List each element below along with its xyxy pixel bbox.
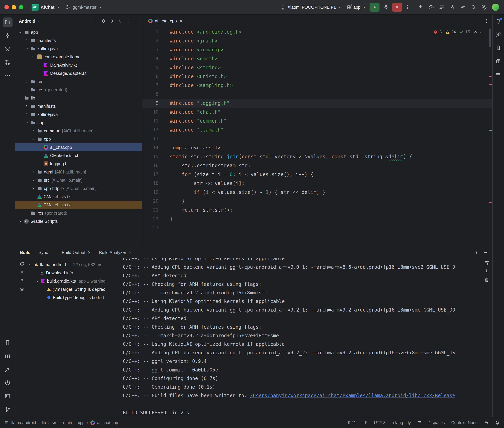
locate-file-icon[interactable] xyxy=(101,19,106,23)
tree-item-src[interactable]: src[AiChat.lib.main] xyxy=(16,176,142,184)
tree-item-kotlin-java[interactable]: kotlin+java xyxy=(16,110,142,118)
breadcrumb-main[interactable]: main xyxy=(63,420,72,425)
tree-item-res[interactable]: res(generated) xyxy=(16,209,142,217)
hide-panel-icon[interactable] xyxy=(483,250,488,255)
zoom-window-button[interactable] xyxy=(19,5,23,9)
device-selector[interactable]: Xiaomi POCOPHONE F1 xyxy=(278,3,344,11)
chevron-down-icon[interactable] xyxy=(18,96,22,100)
tree-item-res[interactable]: res(generated) xyxy=(16,86,142,94)
close-tab-icon[interactable] xyxy=(179,19,183,23)
tree-item-app[interactable]: app xyxy=(16,28,142,36)
chevron-right-icon[interactable] xyxy=(18,219,22,223)
caret-position[interactable]: 9:21 xyxy=(348,420,356,425)
settings-icon[interactable] xyxy=(481,4,487,10)
close-tab-icon[interactable] xyxy=(128,251,132,254)
stop-button[interactable] xyxy=(392,3,402,12)
project-view-mode-selector[interactable]: Android xyxy=(19,19,41,24)
terminal-tool-button[interactable] xyxy=(3,391,13,401)
minimize-window-button[interactable] xyxy=(12,5,16,9)
search-everywhere-icon[interactable] xyxy=(471,4,477,10)
error-stripe-mark[interactable] xyxy=(488,76,492,77)
build-output-path-link[interactable]: /Users/hanyin/Workspace/ai-chat/examples… xyxy=(250,393,455,398)
tree-item-cmakelists-txt[interactable]: CMakeLists.txt xyxy=(16,192,142,201)
tree-item-ggml[interactable]: ggml[AiChat.lib.main] xyxy=(16,168,142,176)
tree-item-mainactivity-kt[interactable]: MainActivity.kt xyxy=(16,61,142,69)
clear-console-icon[interactable] xyxy=(484,277,489,282)
chevron-right-icon[interactable] xyxy=(25,80,28,83)
app-inspection-tool-button[interactable] xyxy=(3,351,13,361)
tree-item-com-example-llama[interactable]: com.example.llama xyxy=(16,53,142,61)
filter-view-icon[interactable] xyxy=(19,287,25,292)
breadcrumb-cpp[interactable]: cpp xyxy=(78,420,85,425)
tree-item-cpp[interactable]: cpp xyxy=(16,118,142,127)
chevron-down-icon[interactable] xyxy=(25,121,28,124)
indent-setting[interactable]: 4 spaces xyxy=(428,420,445,425)
tree-item-cmakelists-txt[interactable]: CMakeLists.txt xyxy=(16,151,142,160)
more-tool-windows-button[interactable] xyxy=(3,71,13,81)
tree-item-kotlin-java[interactable]: kotlin+java xyxy=(16,45,142,53)
editor-options-icon[interactable] xyxy=(484,18,489,24)
breadcrumb-ai-chat-cpp[interactable]: ai_chat.cpp xyxy=(97,420,118,425)
close-tab-icon[interactable] xyxy=(50,251,54,254)
stop-build-icon[interactable] xyxy=(19,270,25,275)
build-tree-item-llama-android-fi[interactable]: llama.android: fi22 sec, 583 ms xyxy=(28,261,122,269)
build-tab-build[interactable]: Build xyxy=(20,250,31,255)
chevron-right-icon[interactable] xyxy=(31,178,35,182)
soft-wrap-icon[interactable] xyxy=(484,260,489,265)
breadcrumb-llama-android[interactable]: llama.android xyxy=(11,420,36,425)
pin-icon[interactable] xyxy=(19,278,25,283)
build-tree-item-download-info[interactable]: Download info xyxy=(28,269,122,277)
tree-item-common[interactable]: common[AiChat.lib.main] xyxy=(16,127,142,135)
lock-icon[interactable] xyxy=(484,420,488,425)
collapse-all-icon[interactable] xyxy=(118,19,122,23)
chevron-down-icon[interactable] xyxy=(31,137,35,141)
build-tree-item-buildtype-debug-is-both-d[interactable]: BuildType 'debug' is both d xyxy=(28,293,122,302)
chevron-down-icon[interactable] xyxy=(31,55,35,59)
vcs-branch-selector[interactable]: ggml-master xyxy=(63,3,105,11)
gradle-tool-button[interactable]: G xyxy=(494,31,503,39)
pull-requests-tool-button[interactable] xyxy=(3,58,13,67)
tree-item-manifests[interactable]: manifests xyxy=(16,102,142,110)
context-setting[interactable]: Context: None xyxy=(451,420,478,425)
tree-item-logging-h[interactable]: Hlogging.h xyxy=(16,160,142,168)
chevron-right-icon[interactable] xyxy=(25,39,28,42)
build-tree-item-jvmtarget-string-is-deprec[interactable]: 'jvmTarget: String' is deprec xyxy=(28,285,122,293)
todo-list-icon[interactable] xyxy=(439,4,445,10)
commit-tool-button[interactable] xyxy=(3,31,13,41)
scroll-to-end-icon[interactable] xyxy=(484,269,489,274)
chevron-down-icon[interactable] xyxy=(35,279,39,283)
clang-tidy-setting[interactable]: .clang-tidy xyxy=(392,420,411,425)
expand-all-icon[interactable] xyxy=(109,19,114,23)
build-tab-build-output[interactable]: Build Output xyxy=(62,250,91,255)
change-stripe-mark[interactable] xyxy=(488,130,492,131)
build-variants-icon[interactable] xyxy=(449,4,455,10)
problems-tool-button[interactable] xyxy=(3,378,13,387)
notifications-icon[interactable] xyxy=(495,420,500,425)
hide-panel-icon[interactable] xyxy=(134,19,138,23)
chevron-right-icon[interactable] xyxy=(25,113,28,116)
more-run-actions-icon[interactable] xyxy=(405,4,410,10)
build-tool-button[interactable] xyxy=(3,365,13,374)
prev-issue-icon[interactable] xyxy=(474,30,478,34)
run-config-selector[interactable]: app xyxy=(344,3,368,11)
close-tab-icon[interactable] xyxy=(87,251,91,254)
build-console[interactable]: C/C++: -- Using KleidiAI optimized kerne… xyxy=(122,258,492,417)
build-tree-item-build-gradle-kts[interactable]: build.gradle.ktsapp 1 warning xyxy=(28,277,122,285)
device-explorer-tool-button[interactable] xyxy=(3,338,13,347)
notifications-tool-button[interactable] xyxy=(494,17,503,25)
chevron-right-icon[interactable] xyxy=(31,170,35,174)
running-devices-tool-button[interactable] xyxy=(494,57,503,66)
tree-item-cpp-httplib[interactable]: cpp-httplib[AiChat.lib.main] xyxy=(16,184,142,192)
add-icon[interactable] xyxy=(93,19,97,23)
editor-scrollbar[interactable] xyxy=(489,28,491,47)
tree-item-lib[interactable]: lib xyxy=(16,94,142,102)
line-separator[interactable]: LF xyxy=(363,420,367,425)
code-editor[interactable]: 1#include <android/log.h>2#include <jni.… xyxy=(142,27,492,247)
structure-tool-button[interactable] xyxy=(3,44,13,54)
inspections-widget[interactable]: 3 24 15 xyxy=(431,29,485,35)
panel-options-icon[interactable] xyxy=(474,250,479,255)
chevron-down-icon[interactable] xyxy=(25,47,28,50)
close-window-button[interactable] xyxy=(4,5,9,9)
build-tab-build-analyzer[interactable]: Build Analyzer xyxy=(99,250,132,255)
tree-item-manifests[interactable]: manifests xyxy=(16,36,142,45)
